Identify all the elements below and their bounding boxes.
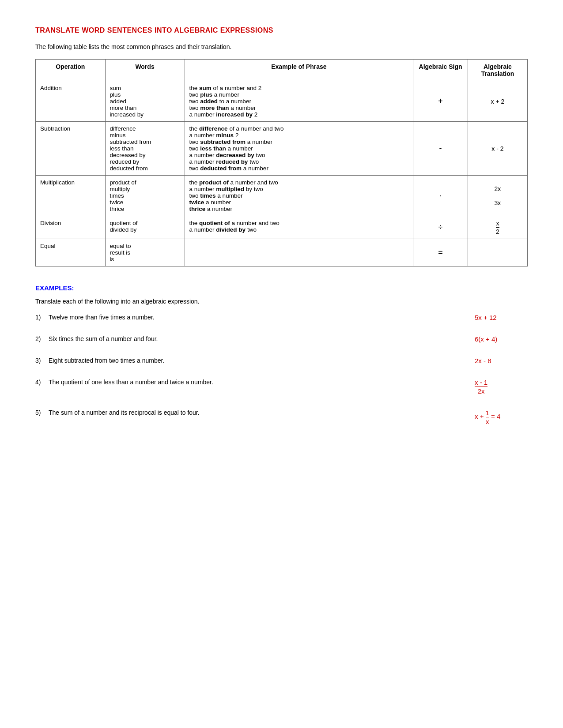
examples-intro: Translate each of the following into an … — [35, 298, 528, 305]
sign-division: ÷ — [413, 216, 468, 239]
example-text-4: The quotient of one less than a number a… — [49, 379, 457, 386]
words-subtraction: differenceminussubtracted fromless thand… — [105, 122, 185, 176]
examples-title: EXAMPLES: — [35, 284, 528, 292]
words-addition: sumplusaddedmore thanincreased by — [105, 81, 185, 122]
words-division: quotient ofdivided by — [105, 216, 185, 239]
operation-subtraction: Subtraction — [36, 122, 106, 176]
translation-multiplication: 2x3x — [468, 176, 527, 216]
words-equal: equal toresult isis — [105, 239, 185, 266]
sign-multiplication: · — [413, 176, 468, 216]
examples-addition: the sum of a number and 2 two plus a num… — [185, 81, 413, 122]
page-title: TRANSLATE WORD SENTENCES INTO ALGEBRAIC … — [35, 26, 528, 34]
table-row-multiplication: Multiplication product ofmultiplytimestw… — [36, 176, 528, 216]
example-answer-1: 5x + 12 — [457, 314, 528, 321]
example-num-4: 4) — [35, 379, 49, 386]
table-row-division: Division quotient ofdivided by the quoti… — [36, 216, 528, 239]
col-header-example: Example of Phrase — [185, 60, 413, 81]
operation-division: Division — [36, 216, 106, 239]
example-num-3: 3) — [35, 357, 49, 364]
example-item-3: 3) Eight subtracted from two times a num… — [35, 357, 528, 364]
operation-addition: Addition — [36, 81, 106, 122]
main-table: Operation Words Example of Phrase Algebr… — [35, 59, 528, 266]
operation-equal: Equal — [36, 239, 106, 266]
example-answer-2: 6(x + 4) — [457, 335, 528, 343]
col-header-sign: Algebraic Sign — [413, 60, 468, 81]
example-num-1: 1) — [35, 314, 49, 321]
sign-subtraction: - — [413, 122, 468, 176]
examples-subtraction: the difference of a number and two a num… — [185, 122, 413, 176]
example-answer-5: x + 1 x = 4 — [457, 409, 528, 425]
words-multiplication: product ofmultiplytimestwicethrice — [105, 176, 185, 216]
example-text-3: Eight subtracted from two times a number… — [49, 357, 457, 364]
table-row-addition: Addition sumplusaddedmore thanincreased … — [36, 81, 528, 122]
examples-section: EXAMPLES: Translate each of the followin… — [35, 284, 528, 425]
col-header-operation: Operation — [36, 60, 106, 81]
example-text-1: Twelve more than five times a number. — [49, 314, 457, 321]
table-row-subtraction: Subtraction differenceminussubtracted fr… — [36, 122, 528, 176]
example-item-4: 4) The quotient of one less than a numbe… — [35, 379, 528, 395]
example-num-2: 2) — [35, 335, 49, 342]
example-item-1: 1) Twelve more than five times a number.… — [35, 314, 528, 321]
example-text-2: Six times the sum of a number and four. — [49, 335, 457, 342]
operation-multiplication: Multiplication — [36, 176, 106, 216]
sign-equal: = — [413, 239, 468, 266]
col-header-translation: AlgebraicTranslation — [468, 60, 527, 81]
translation-addition: x + 2 — [468, 81, 527, 122]
example-item-2: 2) Six times the sum of a number and fou… — [35, 335, 528, 343]
col-header-words: Words — [105, 60, 185, 81]
examples-division: the quotient of a number and two a numbe… — [185, 216, 413, 239]
example-item-5: 5) The sum of a number and its reciproca… — [35, 409, 528, 425]
example-answer-4: x - 1 2x — [457, 379, 528, 395]
translation-subtraction: x - 2 — [468, 122, 527, 176]
example-answer-3: 2x - 8 — [457, 357, 528, 364]
example-num-5: 5) — [35, 409, 49, 416]
translation-equal — [468, 239, 527, 266]
translation-division: x 2 — [468, 216, 527, 239]
sign-addition: + — [413, 81, 468, 122]
example-text-5: The sum of a number and its reciprocal i… — [49, 409, 457, 416]
intro-text: The following table lists the most commo… — [35, 43, 528, 50]
examples-multiplication: the product of a number and two a number… — [185, 176, 413, 216]
examples-equal — [185, 239, 413, 266]
table-row-equal: Equal equal toresult isis = — [36, 239, 528, 266]
